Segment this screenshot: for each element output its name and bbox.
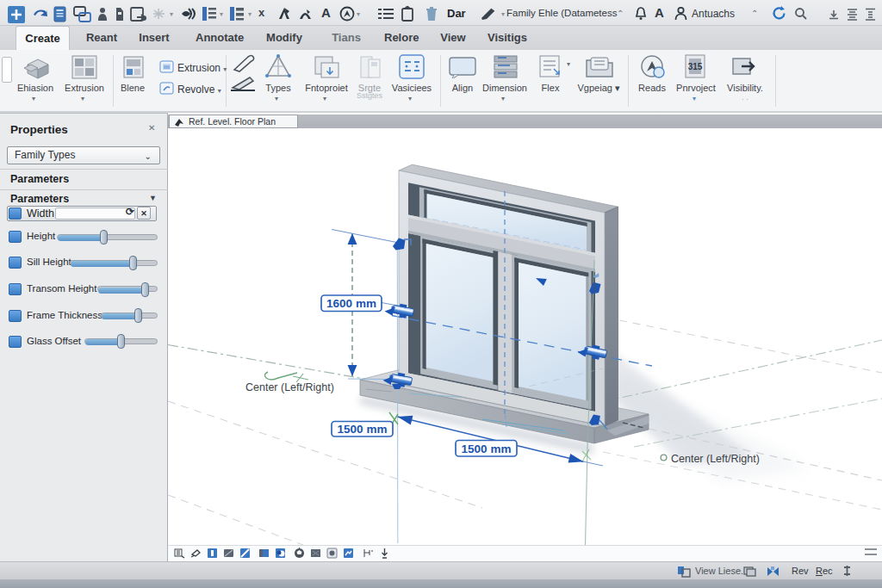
svg-text:Center (Left/Right): Center (Left/Right) — [671, 453, 760, 465]
svg-text:Center (Left/Right): Center (Left/Right) — [245, 381, 334, 393]
svg-text:1500 mm: 1500 mm — [462, 443, 512, 455]
svg-text:1500 mm: 1500 mm — [338, 423, 388, 436]
svg-text:315: 315 — [688, 62, 703, 71]
svg-text:1600 mm: 1600 mm — [326, 297, 376, 310]
